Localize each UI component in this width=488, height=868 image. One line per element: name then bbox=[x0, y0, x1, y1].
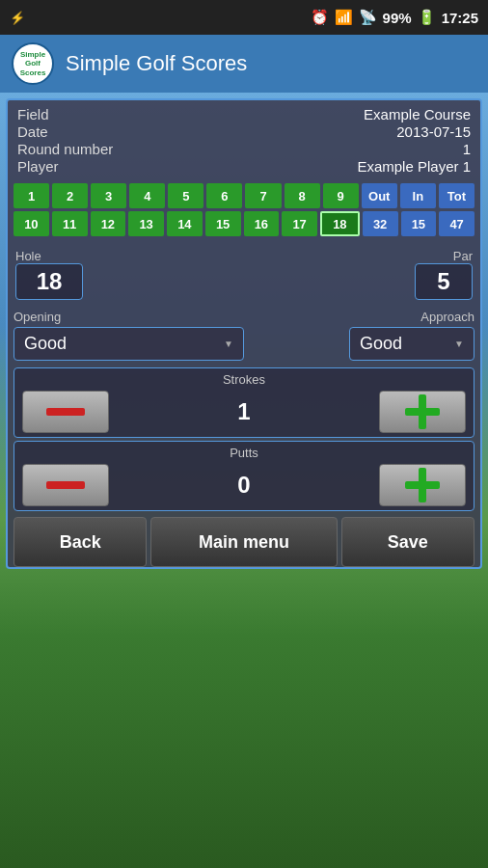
putts-section: Putts 0 bbox=[14, 441, 474, 511]
signal-icon: 📡 bbox=[359, 9, 377, 26]
hole-cell-row1-1[interactable]: 2 bbox=[52, 183, 88, 208]
approach-arrow-icon: ▼ bbox=[454, 339, 464, 349]
hole-cell-row1-8[interactable]: 9 bbox=[323, 183, 359, 208]
wifi-icon: 📶 bbox=[335, 9, 353, 26]
player-value: Example Player 1 bbox=[357, 158, 471, 175]
usb-icon: ⚡ bbox=[10, 11, 25, 25]
field-value: Example Course bbox=[364, 106, 471, 122]
hole-label: Hole bbox=[15, 249, 83, 263]
hole-cell-row1-2[interactable]: 3 bbox=[91, 183, 126, 208]
field-info: Field Example Course Date 2013-07-15 Rou… bbox=[8, 100, 480, 179]
putts-plus-button[interactable] bbox=[379, 464, 466, 506]
date-value: 2013-07-15 bbox=[396, 123, 471, 140]
player-label: Player bbox=[17, 158, 59, 175]
opening-value: Good bbox=[24, 334, 67, 354]
hole-cell-row2-5[interactable]: 15 bbox=[205, 211, 241, 236]
clock: 17:25 bbox=[442, 10, 478, 26]
putts-label: Putts bbox=[22, 446, 466, 460]
battery-level: 99% bbox=[383, 10, 412, 26]
strokes-plus-button[interactable] bbox=[379, 391, 466, 433]
hole-cell-row1-10[interactable]: In bbox=[400, 183, 436, 208]
approach-dropdown[interactable]: Good ▼ bbox=[349, 327, 474, 361]
back-button[interactable]: Back bbox=[14, 517, 147, 567]
opening-dropdown[interactable]: Good ▼ bbox=[14, 327, 244, 361]
opening-label: Opening bbox=[14, 310, 244, 324]
hole-cell-row1-5[interactable]: 6 bbox=[206, 183, 242, 208]
strokes-section: Strokes 1 bbox=[14, 367, 474, 438]
strokes-value: 1 bbox=[109, 398, 379, 425]
hole-cell-row1-6[interactable]: 7 bbox=[245, 183, 281, 208]
hole-cell-row2-8[interactable]: 18 bbox=[320, 211, 360, 236]
bottom-bar: Back Main menu Save bbox=[14, 517, 474, 567]
hole-grid-row1: 123456789OutInTot bbox=[14, 183, 474, 208]
app-bar: SimpleGolfScores Simple Golf Scores bbox=[0, 35, 488, 93]
minus-icon bbox=[46, 408, 85, 416]
hole-cell-row1-3[interactable]: 4 bbox=[129, 183, 165, 208]
main-content: Field Example Course Date 2013-07-15 Rou… bbox=[0, 93, 488, 868]
main-menu-button[interactable]: Main menu bbox=[150, 517, 337, 567]
battery-icon: 🔋 bbox=[418, 9, 436, 26]
hole-cell-row2-9[interactable]: 32 bbox=[363, 211, 398, 236]
hole-cell-row2-3[interactable]: 13 bbox=[128, 211, 164, 236]
hole-cell-row2-6[interactable]: 16 bbox=[244, 211, 280, 236]
date-label: Date bbox=[17, 123, 48, 140]
app-logo: SimpleGolfScores bbox=[12, 42, 54, 85]
hole-cell-row2-7[interactable]: 17 bbox=[282, 211, 317, 236]
hole-grid-row2: 101112131415161718321547 bbox=[14, 211, 474, 236]
field-label: Field bbox=[17, 106, 49, 122]
strokes-row: 1 bbox=[22, 391, 466, 433]
hole-cell-row1-0[interactable]: 1 bbox=[14, 183, 49, 208]
score-panel: Field Example Course Date 2013-07-15 Rou… bbox=[6, 98, 482, 569]
par-group: Par 5 bbox=[405, 249, 473, 300]
hole-cell-row2-0[interactable]: 10 bbox=[14, 211, 49, 236]
par-label: Par bbox=[453, 249, 473, 263]
hole-cell-row2-4[interactable]: 14 bbox=[167, 211, 203, 236]
par-value: 5 bbox=[415, 263, 473, 300]
hole-cell-row1-11[interactable]: Tot bbox=[439, 183, 474, 208]
oa-section: Opening Good ▼ Approach Good ▼ bbox=[8, 304, 480, 365]
plus-icon bbox=[405, 394, 440, 429]
plus-icon bbox=[405, 468, 440, 502]
field-row: Field Example Course bbox=[17, 106, 471, 122]
approach-label: Approach bbox=[420, 310, 474, 324]
putts-minus-button[interactable] bbox=[22, 464, 109, 506]
logo-text: SimpleGolfScores bbox=[20, 50, 46, 78]
putts-value: 0 bbox=[109, 472, 379, 499]
hole-cell-row1-4[interactable]: 5 bbox=[168, 183, 203, 208]
round-label: Round number bbox=[17, 141, 113, 157]
hole-par-row: Hole 18 Par 5 bbox=[8, 243, 480, 304]
opening-arrow-icon: ▼ bbox=[224, 339, 233, 349]
strokes-label: Strokes bbox=[22, 372, 466, 387]
round-value: 1 bbox=[463, 141, 471, 157]
approach-group: Approach Good ▼ bbox=[244, 310, 474, 361]
hole-cell-row1-9[interactable]: Out bbox=[362, 183, 397, 208]
hole-cell-row2-10[interactable]: 15 bbox=[401, 211, 437, 236]
hole-cell-row2-11[interactable]: 47 bbox=[439, 211, 474, 236]
save-button[interactable]: Save bbox=[341, 517, 474, 567]
hole-grid: 123456789OutInTot 1011121314151617183215… bbox=[8, 179, 480, 243]
status-bar: ⚡ ⏰ 📶 📡 99% 🔋 17:25 bbox=[0, 0, 488, 35]
approach-value: Good bbox=[360, 334, 402, 354]
hole-cell-row2-1[interactable]: 11 bbox=[52, 211, 88, 236]
app-title: Simple Golf Scores bbox=[66, 51, 247, 76]
hole-value: 18 bbox=[15, 263, 83, 300]
player-row: Player Example Player 1 bbox=[17, 158, 471, 175]
hole-cell-row2-2[interactable]: 12 bbox=[91, 211, 126, 236]
alarm-icon: ⏰ bbox=[311, 9, 329, 26]
putts-row: 0 bbox=[22, 464, 466, 506]
date-row: Date 2013-07-15 bbox=[17, 123, 471, 140]
hole-group: Hole 18 bbox=[15, 249, 83, 300]
opening-group: Opening Good ▼ bbox=[14, 310, 244, 361]
hole-cell-row1-7[interactable]: 8 bbox=[285, 183, 320, 208]
strokes-minus-button[interactable] bbox=[22, 391, 109, 433]
minus-icon bbox=[46, 481, 85, 489]
round-row: Round number 1 bbox=[17, 141, 471, 157]
